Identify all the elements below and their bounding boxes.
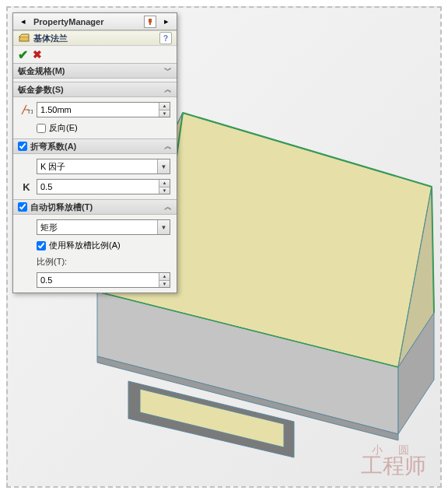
group-relief-header[interactable]: 自动切释放槽(T) ︽: [13, 199, 177, 215]
help-icon[interactable]: ?: [159, 32, 172, 44]
chevron-down-icon: ︾: [164, 65, 172, 76]
group-bend-header[interactable]: 折弯系数(A) ︽: [13, 138, 177, 154]
relief-type-dropdown[interactable]: 矩形 ▼: [37, 219, 170, 235]
group-bend-label: 折弯系数(A): [30, 141, 161, 152]
reverse-checkbox[interactable]: [37, 124, 46, 133]
relief-type-value: 矩形: [40, 222, 157, 233]
k-factor-field[interactable]: [37, 180, 159, 194]
chevron-up-icon: ︽: [164, 201, 172, 212]
property-manager-panel: ◂ PropertyManager ▸ 基体法兰 ? ✔ ✖ 钣金规格(M) ︾…: [12, 12, 177, 293]
svg-rect-12: [149, 19, 152, 23]
feature-title: 基体法兰: [33, 33, 156, 44]
graphics-viewport[interactable]: ◂ PropertyManager ▸ 基体法兰 ? ✔ ✖ 钣金规格(M) ︾…: [6, 6, 442, 488]
bend-method-value: K 因子: [40, 161, 157, 173]
confirm-row: ✔ ✖: [13, 46, 177, 63]
ratio-label: 比例(T):: [19, 256, 170, 268]
spin-up-icon[interactable]: ▲: [159, 273, 170, 281]
group-params-label: 钣金参数(S): [18, 84, 161, 96]
group-bend-body: K 因子 ▼ K ▲▼: [13, 154, 177, 199]
svg-rect-13: [149, 23, 151, 25]
panel-title: PropertyManager: [33, 17, 141, 26]
panel-header: ◂ PropertyManager ▸: [13, 13, 177, 30]
bend-method-dropdown[interactable]: K 因子 ▼: [37, 159, 170, 174]
nav-next-icon[interactable]: ▸: [159, 16, 173, 28]
spin-up-icon[interactable]: ▲: [159, 180, 170, 187]
group-params-body: T1 ▲▼ 反向(E): [13, 97, 177, 138]
spin-down-icon[interactable]: ▼: [159, 187, 170, 194]
watermark-line2: 工程师: [361, 454, 426, 478]
dropdown-arrow-icon: ▼: [157, 220, 170, 234]
use-ratio-label: 使用释放槽比例(A): [49, 240, 121, 251]
group-params-header[interactable]: 钣金参数(S) ︽: [13, 82, 177, 97]
relief-enable-checkbox[interactable]: [18, 202, 27, 212]
svg-rect-14: [19, 37, 29, 41]
base-flange-icon: [18, 32, 30, 44]
ok-button[interactable]: ✔: [18, 47, 28, 62]
thickness-icon: T1: [19, 103, 33, 117]
k-factor-input[interactable]: ▲▼: [37, 179, 170, 194]
group-gauge-header[interactable]: 钣金规格(M) ︾: [13, 63, 177, 79]
chevron-up-icon: ︽: [164, 84, 172, 95]
dropdown-arrow-icon: ▼: [157, 159, 170, 173]
group-gauge-label: 钣金规格(M): [18, 65, 161, 77]
use-ratio-checkbox[interactable]: [37, 241, 46, 251]
group-relief-body: 矩形 ▼ 使用释放槽比例(A) 比例(T): ▲▼: [13, 215, 177, 293]
nav-prev-icon[interactable]: ◂: [16, 16, 30, 28]
spin-down-icon[interactable]: ▼: [159, 281, 170, 288]
ratio-input[interactable]: ▲▼: [37, 272, 170, 288]
svg-text:T1: T1: [27, 109, 33, 114]
watermark: 小 圆 工程师: [361, 444, 426, 477]
spin-down-icon[interactable]: ▼: [159, 110, 170, 117]
spin-up-icon[interactable]: ▲: [159, 103, 170, 110]
thickness-field[interactable]: [37, 103, 159, 117]
chevron-up-icon: ︽: [164, 141, 172, 152]
group-relief-label: 自动切释放槽(T): [30, 201, 161, 213]
feature-title-row: 基体法兰 ?: [13, 30, 177, 46]
pin-icon[interactable]: [144, 16, 156, 28]
ratio-field[interactable]: [37, 273, 159, 287]
thickness-input[interactable]: ▲▼: [37, 102, 170, 117]
cancel-button[interactable]: ✖: [33, 48, 42, 61]
k-factor-prefix: K: [19, 181, 33, 193]
bend-enable-checkbox[interactable]: [18, 142, 27, 151]
reverse-label: 反向(E): [49, 122, 78, 134]
